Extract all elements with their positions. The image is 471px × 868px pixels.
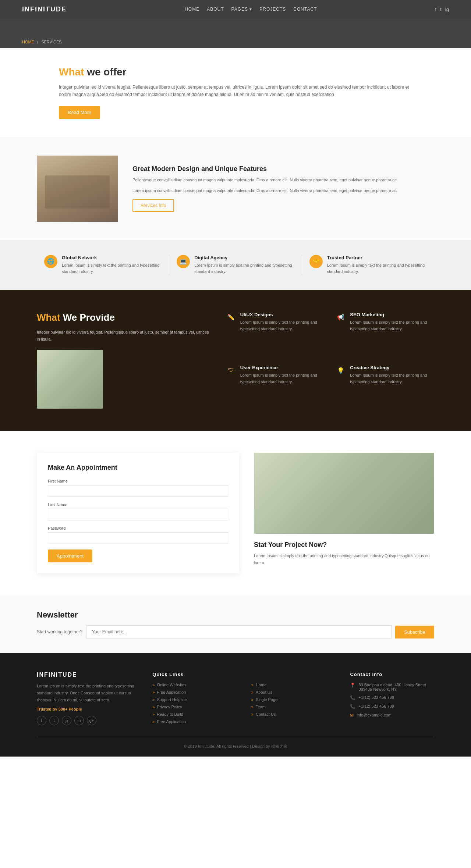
features-content: Great Modern Design and Unique Features … <box>132 165 398 212</box>
seo-title: SEO Marketing <box>350 312 434 317</box>
creative-text: Creative Strategy Lorem Ipsum is simply … <box>350 365 434 385</box>
seo-text: SEO Marketing Lorem Ipsum is simply text… <box>350 312 434 332</box>
provide-item-seo: 📢 SEO Marketing Lorem Ipsum is simply te… <box>335 312 434 356</box>
digital-agency-desc: Lorem Ipsum is simply text the printing … <box>194 262 294 275</box>
footer-phone2-text: +1(12) 523 456 789 <box>358 704 394 708</box>
provide-title-rest: We Provide <box>60 312 115 323</box>
provide-title: What We Provide <box>37 312 211 323</box>
footer-link-single-page[interactable]: Single Page <box>251 697 336 702</box>
footer-phone1-text: +1(12) 523 456 788 <box>358 695 394 700</box>
footer-link-free-application2[interactable]: Free Application <box>152 719 237 724</box>
newsletter-row: Start working together? Subscribe <box>37 625 434 638</box>
footer-link-privacy-policy[interactable]: Privacy Policy <box>152 705 237 709</box>
features-para1: Pellentesque convallis diam consequat ma… <box>132 177 398 184</box>
digital-agency-icon: 💻 <box>177 255 190 268</box>
offer-body: Integer pulvinar leo id viverra feugiat.… <box>59 83 412 99</box>
nav-about[interactable]: ABOUT <box>207 7 224 12</box>
footer-link-home[interactable]: Home <box>251 683 336 687</box>
creative-icon: 💡 <box>335 365 346 376</box>
offer-section: What we offer Integer pulvinar leo id vi… <box>0 48 471 137</box>
read-more-button[interactable]: Read More <box>59 106 100 119</box>
global-network-icon: 🌐 <box>44 255 57 268</box>
footer-googleplus-icon[interactable]: g+ <box>87 716 96 725</box>
seo-icon: 📢 <box>335 312 346 323</box>
nav-projects[interactable]: PROJECTS <box>259 7 286 12</box>
icon-item-global: 🌐 Global Network Lorem Ipsum is simply t… <box>37 255 169 275</box>
instagram-icon[interactable]: ig <box>445 7 449 12</box>
footer-instagram-icon[interactable]: in <box>74 716 84 725</box>
breadcrumb: HOME / SERVICES <box>22 40 62 44</box>
email-icon: ✉ <box>350 713 354 718</box>
password-group: Password <box>48 526 228 544</box>
footer-link-online-websites[interactable]: Online Websites <box>152 683 237 687</box>
footer-link-support-helpline[interactable]: Support Helpline <box>152 697 237 702</box>
nav-contact[interactable]: CONTACT <box>293 7 317 12</box>
nav-home[interactable]: HOME <box>185 7 199 12</box>
project-text: Lorem Ipsum is simply text.the printing … <box>254 552 434 566</box>
footer-address: 📍 30 Bueipou dideud, 400 Honey Street 08… <box>350 683 434 691</box>
appointment-title: Make An Appointment <box>48 464 228 472</box>
footer-link-free-application[interactable]: Free Application <box>152 690 237 694</box>
footer-pinterest-icon[interactable]: p <box>62 716 71 725</box>
appointment-right: Stat Your Project Now? Lorem Ipsum is si… <box>254 453 434 573</box>
features-section: Great Modern Design and Unique Features … <box>0 137 471 240</box>
icon-item-digital: 💻 Digital Agency Lorem Ipsum is simply t… <box>169 255 302 275</box>
footer-twitter-icon[interactable]: t <box>49 716 59 725</box>
digital-agency-text: Digital Agency Lorem Ipsum is simply tex… <box>194 255 294 275</box>
footer-logo: INFINITUDE <box>37 672 138 678</box>
appointment-button[interactable]: Appointment <box>48 549 92 562</box>
newsletter-subtitle: Start working together? <box>37 629 82 634</box>
userexp-desc: Lorem Ipsum is simply text the printing … <box>240 372 325 385</box>
footer-quicklinks-list1: Online Websites Free Application Support… <box>152 683 237 724</box>
nav-links: HOME ABOUT PAGES ▾ PROJECTS CONTACT <box>185 7 317 12</box>
password-input[interactable] <box>48 532 228 544</box>
nav-pages[interactable]: PAGES ▾ <box>231 7 252 12</box>
services-info-button[interactable]: Services Info <box>132 199 174 212</box>
first-name-input[interactable] <box>48 485 228 497</box>
provide-item-userexp: 🛡 User Experience Lorem Ipsum is simply … <box>226 365 325 409</box>
userexp-title: User Experience <box>240 365 325 370</box>
newsletter-title: Newsletter <box>37 610 434 620</box>
nav-social: f t ig <box>435 7 449 12</box>
first-name-group: First Name <box>48 479 228 497</box>
last-name-input[interactable] <box>48 509 228 520</box>
trusted-partner-icon: 🤝 <box>309 255 323 268</box>
provide-item-uiux: ✏️ UI/UX Designs Lorem Ipsum is simply t… <box>226 312 325 356</box>
copyright-text: © 2019 Infinitude. All rights reserved |… <box>184 744 287 748</box>
footer-link-about-us[interactable]: About Us <box>251 690 336 694</box>
provide-section: What We Provide Integer pulvinar leo id … <box>0 290 471 431</box>
subscribe-button[interactable]: Subscribe <box>395 626 434 638</box>
newsletter-email-input[interactable] <box>86 625 392 638</box>
provide-left: What We Provide Integer pulvinar leo id … <box>37 312 211 409</box>
facebook-icon[interactable]: f <box>435 7 437 12</box>
footer-facebook-icon[interactable]: f <box>37 716 46 725</box>
footer-phone1: 📞 +1(12) 523 456 788 <box>350 695 434 700</box>
footer-link-ready-to-build[interactable]: Ready to Build <box>152 712 237 716</box>
features-para2: Lorem ipsum convallis diam consequat mag… <box>132 187 398 194</box>
trusted-partner-text: Trusted Partner Lorem Ipsum is simply te… <box>327 255 427 275</box>
footer-grid: INFINITUDE Lorem ipsum is simply text th… <box>37 672 434 727</box>
userexp-icon: 🛡 <box>226 365 237 376</box>
phone2-icon: 📞 <box>350 704 355 709</box>
digital-agency-title: Digital Agency <box>194 255 294 260</box>
footer-link-contact-us[interactable]: Contact Us <box>251 712 336 716</box>
userexp-text: User Experience Lorem Ipsum is simply te… <box>240 365 325 385</box>
footer-about-col: INFINITUDE Lorem ipsum is simply text th… <box>37 672 138 727</box>
footer-pages-heading: . <box>251 672 336 677</box>
breadcrumb-home[interactable]: HOME <box>22 40 34 44</box>
icon-item-trusted: 🤝 Trusted Partner Lorem Ipsum is simply … <box>302 255 434 275</box>
provide-image <box>37 350 103 409</box>
provide-body: Integer pulvinar leo id viverra feugiat.… <box>37 329 211 342</box>
footer-pages-col: . Home About Us Single Page Team Contact… <box>251 672 336 727</box>
appointment-person-image <box>254 453 434 534</box>
footer-contact-col: Contact Info 📍 30 Bueipou dideud, 400 Ho… <box>350 672 434 727</box>
address-icon: 📍 <box>350 683 355 688</box>
footer-link-team[interactable]: Team <box>251 705 336 709</box>
twitter-icon[interactable]: t <box>440 7 442 12</box>
features-title: Great Modern Design and Unique Features <box>132 165 398 173</box>
hero-banner: HOME / SERVICES <box>0 18 471 48</box>
uiux-desc: Lorem Ipsum is simply text the printing … <box>240 319 325 332</box>
footer-email: ✉ info@example.com <box>350 713 434 718</box>
nav-logo: INFINITUDE <box>22 6 67 13</box>
footer-email-text: info@example.com <box>357 713 391 717</box>
